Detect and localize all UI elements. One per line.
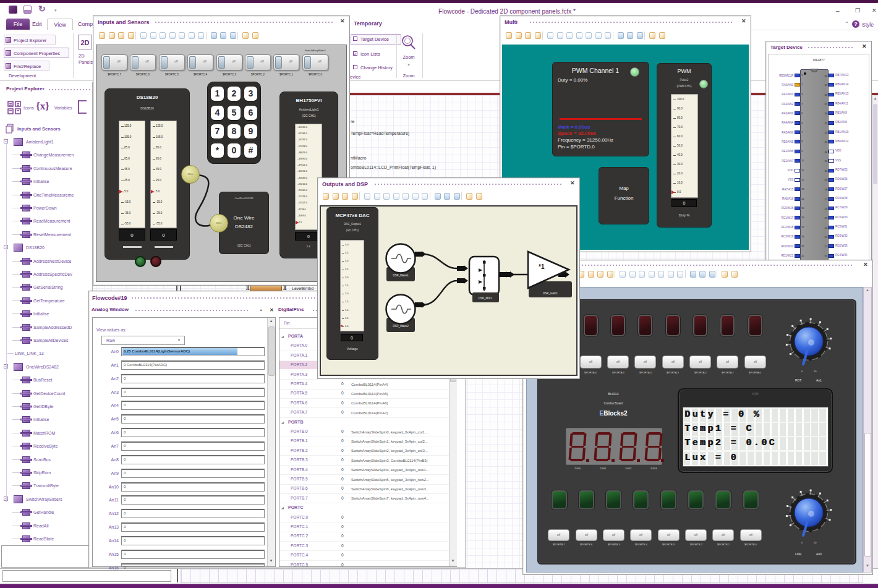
svg-text:DSP_Wave2: DSP_Wave2 bbox=[393, 325, 409, 328]
svg-text:*1: *1 bbox=[539, 263, 545, 270]
svg-text:DSP_Gain1: DSP_Gain1 bbox=[543, 292, 558, 295]
svg-text:DSP_Wave1: DSP_Wave1 bbox=[393, 274, 409, 277]
svg-text:DSP_MIX1: DSP_MIX1 bbox=[479, 297, 493, 300]
